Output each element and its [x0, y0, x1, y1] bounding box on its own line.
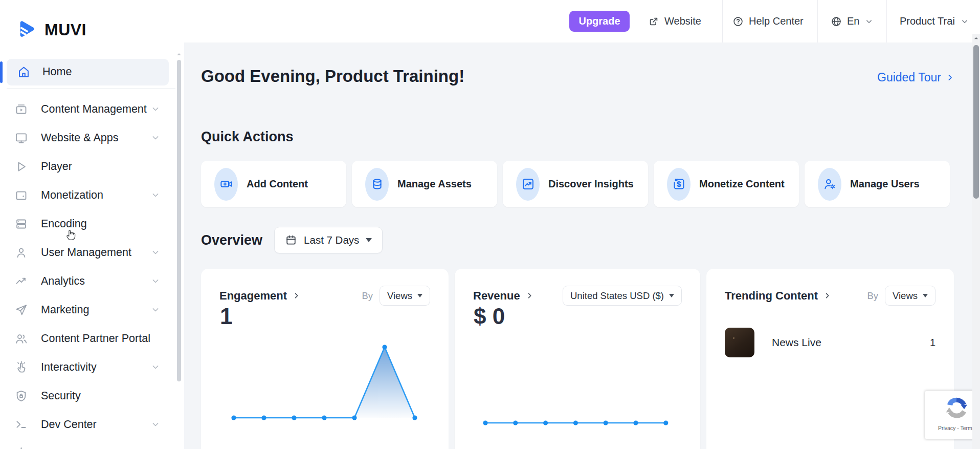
chevron-down-icon: [150, 419, 161, 430]
filter-label: Views: [893, 290, 918, 302]
by-label: By: [362, 290, 373, 302]
website-label: Website: [664, 15, 701, 27]
quick-actions-title: Quick Actions: [201, 129, 294, 145]
sidebar-item-marketing[interactable]: Marketing: [0, 295, 184, 324]
revenue-title-link[interactable]: Revenue: [473, 289, 533, 303]
help-circle-icon: [732, 16, 744, 27]
quick-action-icon-circle: [365, 168, 389, 201]
quick-action-manage-users[interactable]: Manage Users: [805, 161, 950, 207]
sidebar-item-analytics[interactable]: Analytics: [0, 267, 184, 295]
chevron-right-icon: [946, 73, 954, 82]
content-thumbnail: [725, 328, 754, 357]
overview-header: Overview Last 7 Days: [201, 227, 383, 253]
discover-insights-icon: [521, 177, 535, 191]
trending-title-link[interactable]: Trending Content: [725, 289, 831, 303]
recaptcha-badge[interactable]: Privacy - Terms: [925, 391, 980, 439]
chevron-right-icon: [293, 292, 300, 300]
page-scrollbar-thumb[interactable]: [973, 45, 979, 199]
trending-filter-dropdown[interactable]: Views: [885, 286, 936, 306]
muvi-logo-icon: [15, 18, 38, 41]
quick-action-label: Manage Assets: [397, 178, 472, 190]
sidebar-item-website-apps[interactable]: Website & Apps: [0, 123, 184, 152]
revenue-line-chart: [455, 407, 700, 448]
quick-action-add-content[interactable]: Add Content: [201, 161, 346, 207]
language-label: En: [847, 15, 859, 27]
add-content-icon: [219, 177, 233, 191]
sidebar-item-monetization[interactable]: Monetization: [0, 181, 184, 209]
sidebar-item-label: Encoding: [41, 218, 87, 230]
sidebar-item-label: Analytics: [41, 275, 85, 288]
sidebar-item-settings[interactable]: [0, 439, 184, 449]
sidebar-scrollbar[interactable]: [177, 60, 181, 381]
sidebar-divider: [7, 88, 175, 89]
account-label: Product Trai: [900, 15, 955, 27]
scroll-up-arrow-icon[interactable]: [974, 36, 978, 40]
page-scrollbar[interactable]: [972, 34, 980, 449]
engagement-line-chart: [201, 340, 449, 449]
chevron-down-icon: [150, 305, 161, 315]
trending-list-item[interactable]: News Live1: [725, 328, 936, 357]
sidebar-item-user-management[interactable]: User Management: [0, 238, 184, 267]
quick-action-discover-insights[interactable]: Discover Insights: [503, 161, 648, 207]
sidebar-item-label: Interactivity: [41, 361, 97, 374]
external-link-icon: [648, 16, 659, 27]
revenue-title: Revenue: [473, 289, 520, 303]
brand[interactable]: MUVI: [15, 18, 86, 41]
sidebar-item-label: Website & Apps: [41, 132, 118, 144]
engagement-title-link[interactable]: Engagement: [219, 289, 300, 303]
monetize-content-icon: [672, 177, 686, 191]
monitor-icon: [14, 131, 28, 145]
quick-action-icon-circle: [818, 168, 841, 201]
engagement-filter-dropdown[interactable]: Views: [380, 286, 430, 306]
manage-users-icon: [823, 177, 837, 191]
sidebar-item-player[interactable]: Player: [0, 152, 184, 181]
sidebar-item-dev-center[interactable]: Dev Center: [0, 410, 184, 439]
header-divider: [722, 0, 723, 42]
header-divider: [817, 0, 818, 42]
guided-tour-link[interactable]: Guided Tour: [877, 71, 954, 84]
chevron-down-icon: [150, 190, 161, 200]
sidebar-item-content-partner-portal[interactable]: Content Partner Portal: [0, 324, 184, 353]
quick-action-icon-circle: [667, 168, 691, 201]
chevron-down-icon: [150, 247, 161, 258]
chevron-down-icon: [864, 17, 874, 26]
quick-action-label: Discover Insights: [548, 178, 634, 190]
encoding-icon: [14, 217, 28, 231]
chevron-down-icon: [150, 104, 161, 114]
sidebar-item-home[interactable]: Home: [7, 59, 169, 85]
quick-action-monetize-content[interactable]: Monetize Content: [654, 161, 799, 207]
website-link[interactable]: Website: [648, 0, 701, 42]
header-divider: [886, 0, 887, 42]
caret-down-icon: [669, 294, 674, 297]
currency-label: United States USD ($): [570, 290, 664, 302]
account-menu[interactable]: Product Trai: [900, 0, 969, 42]
help-center-link[interactable]: Help Center: [732, 0, 804, 42]
overview-title: Overview: [201, 232, 262, 248]
sidebar-item-interactivity[interactable]: Interactivity: [0, 353, 184, 381]
date-range-dropdown[interactable]: Last 7 Days: [274, 227, 383, 253]
quick-action-manage-assets[interactable]: Manage Assets: [352, 161, 497, 207]
sidebar-item-encoding[interactable]: Encoding: [0, 209, 184, 238]
sidebar-item-security[interactable]: Security: [0, 381, 184, 410]
sidebar-item-label: Home: [42, 66, 72, 78]
overview-cards: Engagement By Views 1 Revenue: [201, 269, 954, 449]
upgrade-button[interactable]: Upgrade: [569, 11, 630, 32]
quick-action-icon-circle: [214, 168, 238, 201]
chevron-right-icon: [526, 292, 533, 300]
calendar-icon: [285, 234, 297, 246]
chevron-down-icon: [150, 276, 161, 286]
engagement-card-header: Engagement By Views: [219, 286, 430, 306]
by-label: By: [867, 290, 878, 302]
manage-assets-icon: [370, 177, 384, 191]
sidebar-item-content-management[interactable]: Content Management: [0, 95, 184, 123]
analytics-icon: [14, 274, 28, 288]
chevron-down-icon: [150, 133, 161, 143]
scroll-up-arrow-icon[interactable]: [176, 52, 182, 57]
active-indicator: [0, 61, 3, 83]
language-selector[interactable]: En: [831, 0, 874, 42]
globe-icon: [831, 16, 842, 27]
recaptcha-privacy-terms[interactable]: Privacy - Terms: [925, 425, 980, 431]
currency-dropdown[interactable]: United States USD ($): [563, 286, 682, 306]
content-views-count: 1: [930, 337, 936, 349]
engagement-value: 1: [220, 304, 232, 329]
